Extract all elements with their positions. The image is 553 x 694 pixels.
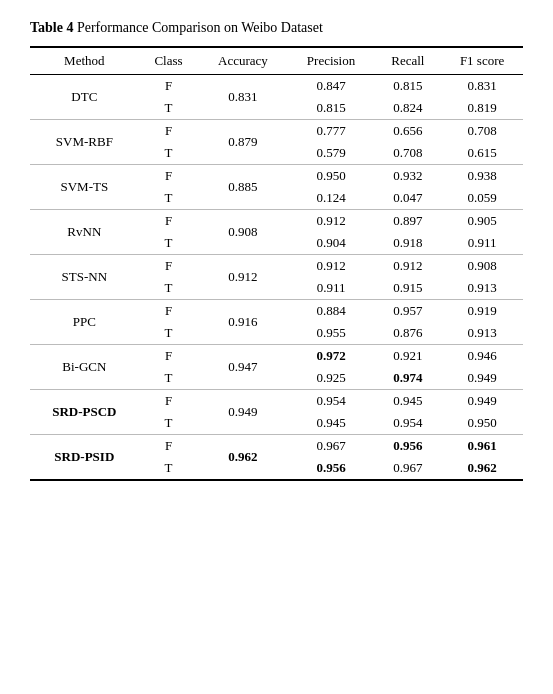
f1-cell: 0.908: [441, 255, 523, 277]
header-f1score: F1 score: [441, 47, 523, 75]
class-cell: F: [139, 255, 199, 277]
class-cell: T: [139, 367, 199, 390]
class-cell: T: [139, 322, 199, 345]
accuracy-cell: 0.885: [198, 165, 287, 210]
recall-cell: 0.897: [375, 210, 442, 232]
class-cell: T: [139, 187, 199, 210]
precision-cell: 0.967: [287, 435, 374, 457]
method-cell: RvNN: [30, 210, 139, 255]
table-header-row: Method Class Accuracy Precision Recall F…: [30, 47, 523, 75]
recall-cell: 0.915: [375, 277, 442, 300]
precision-cell: 0.912: [287, 255, 374, 277]
table-row: Bi-GCNF0.9470.9720.9210.946: [30, 345, 523, 367]
f1-cell: 0.708: [441, 120, 523, 142]
f1-cell: 0.938: [441, 165, 523, 187]
recall-cell: 0.815: [375, 75, 442, 98]
f1-cell: 0.962: [441, 457, 523, 480]
table-row: SVM-RBFF0.8790.7770.6560.708: [30, 120, 523, 142]
method-cell: STS-NN: [30, 255, 139, 300]
class-cell: F: [139, 390, 199, 412]
table-row: PPCF0.9160.8840.9570.919: [30, 300, 523, 322]
precision-cell: 0.904: [287, 232, 374, 255]
recall-cell: 0.824: [375, 97, 442, 120]
f1-cell: 0.911: [441, 232, 523, 255]
precision-cell: 0.124: [287, 187, 374, 210]
recall-cell: 0.708: [375, 142, 442, 165]
method-cell: SRD-PSID: [30, 435, 139, 480]
f1-cell: 0.919: [441, 300, 523, 322]
f1-cell: 0.949: [441, 390, 523, 412]
precision-cell: 0.579: [287, 142, 374, 165]
table-row: SRD-PSCDF0.9490.9540.9450.949: [30, 390, 523, 412]
precision-cell: 0.925: [287, 367, 374, 390]
method-cell: SVM-TS: [30, 165, 139, 210]
class-cell: F: [139, 210, 199, 232]
accuracy-cell: 0.879: [198, 120, 287, 165]
precision-cell: 0.911: [287, 277, 374, 300]
header-method: Method: [30, 47, 139, 75]
recall-cell: 0.047: [375, 187, 442, 210]
recall-cell: 0.954: [375, 412, 442, 435]
f1-cell: 0.946: [441, 345, 523, 367]
precision-cell: 0.847: [287, 75, 374, 98]
class-cell: T: [139, 457, 199, 480]
table-row: SVM-TSF0.8850.9500.9320.938: [30, 165, 523, 187]
recall-cell: 0.956: [375, 435, 442, 457]
precision-cell: 0.912: [287, 210, 374, 232]
precision-cell: 0.945: [287, 412, 374, 435]
precision-cell: 0.815: [287, 97, 374, 120]
performance-table: Method Class Accuracy Precision Recall F…: [30, 46, 523, 481]
recall-cell: 0.957: [375, 300, 442, 322]
recall-cell: 0.876: [375, 322, 442, 345]
f1-cell: 0.949: [441, 367, 523, 390]
table-row: RvNNF0.9080.9120.8970.905: [30, 210, 523, 232]
class-cell: F: [139, 435, 199, 457]
accuracy-cell: 0.908: [198, 210, 287, 255]
table-description: Performance Comparison on Weibo Dataset: [77, 20, 323, 35]
method-cell: SVM-RBF: [30, 120, 139, 165]
class-cell: T: [139, 97, 199, 120]
accuracy-cell: 0.947: [198, 345, 287, 390]
table-row: STS-NNF0.9120.9120.9120.908: [30, 255, 523, 277]
f1-cell: 0.905: [441, 210, 523, 232]
f1-cell: 0.950: [441, 412, 523, 435]
f1-cell: 0.913: [441, 322, 523, 345]
recall-cell: 0.974: [375, 367, 442, 390]
table-label: Table 4: [30, 20, 73, 35]
recall-cell: 0.656: [375, 120, 442, 142]
method-cell: PPC: [30, 300, 139, 345]
header-accuracy: Accuracy: [198, 47, 287, 75]
accuracy-cell: 0.912: [198, 255, 287, 300]
f1-cell: 0.961: [441, 435, 523, 457]
class-cell: T: [139, 232, 199, 255]
accuracy-cell: 0.831: [198, 75, 287, 120]
recall-cell: 0.932: [375, 165, 442, 187]
header-class: Class: [139, 47, 199, 75]
f1-cell: 0.615: [441, 142, 523, 165]
f1-cell: 0.831: [441, 75, 523, 98]
method-cell: Bi-GCN: [30, 345, 139, 390]
class-cell: F: [139, 300, 199, 322]
accuracy-cell: 0.949: [198, 390, 287, 435]
precision-cell: 0.956: [287, 457, 374, 480]
accuracy-cell: 0.916: [198, 300, 287, 345]
header-recall: Recall: [375, 47, 442, 75]
precision-cell: 0.777: [287, 120, 374, 142]
table-title: Table 4 Performance Comparison on Weibo …: [30, 20, 523, 36]
recall-cell: 0.921: [375, 345, 442, 367]
f1-cell: 0.913: [441, 277, 523, 300]
precision-cell: 0.950: [287, 165, 374, 187]
method-cell: SRD-PSCD: [30, 390, 139, 435]
recall-cell: 0.918: [375, 232, 442, 255]
precision-cell: 0.954: [287, 390, 374, 412]
class-cell: F: [139, 75, 199, 98]
precision-cell: 0.884: [287, 300, 374, 322]
f1-cell: 0.819: [441, 97, 523, 120]
accuracy-cell: 0.962: [198, 435, 287, 480]
precision-cell: 0.972: [287, 345, 374, 367]
table-row: SRD-PSIDF0.9620.9670.9560.961: [30, 435, 523, 457]
method-cell: DTC: [30, 75, 139, 120]
recall-cell: 0.945: [375, 390, 442, 412]
class-cell: F: [139, 120, 199, 142]
class-cell: T: [139, 142, 199, 165]
